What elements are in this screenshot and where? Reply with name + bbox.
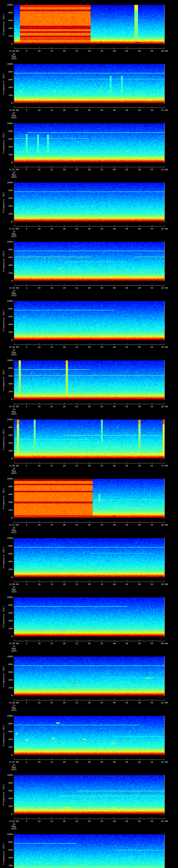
y-tick-label-1000: 1000 [4,655,12,658]
x-tick-label-50: 50 [135,109,144,111]
date-line-1: 15 [5,823,23,825]
x-tick-label-50: 50 [135,583,144,585]
x-tick-label-55: 55 [148,346,156,348]
y-tick-label-400: 400 [4,738,12,740]
end-time-label: 30:00 [156,50,173,52]
x-tick-label-55: 55 [148,287,156,289]
y-tick-label-600: 600 [4,375,12,377]
y-axis-label: Frequency (Hz) [2,73,5,94]
y-tick-label-600: 600 [4,19,12,22]
spectrogram-panel-8:34:00: Frequency (Hz)02004006008001000510152025… [0,296,178,355]
end-time-label: 31:00 [156,109,173,111]
y-tick-label-1000: 1000 [4,122,12,124]
x-tick-label-30: 30 [85,642,94,645]
y-axis-label: Frequency (Hz) [2,251,5,272]
x-tick-label-55: 55 [148,405,156,408]
y-tick-label-800: 800 [4,11,12,14]
x-tick-label-45: 45 [123,168,131,170]
y-tick-label-0: 0 [4,813,12,815]
y-tick-label-200: 200 [4,805,12,807]
end-time-label: 35:00 [156,346,173,348]
x-tick-label-30: 30 [85,761,94,763]
x-tick-label-45: 45 [123,583,131,585]
x-tick-label-15: 15 [47,405,56,408]
x-tick-label-30: 30 [85,227,94,230]
y-tick-label-600: 600 [4,79,12,81]
start-time-label: 8:38:00 [4,583,24,585]
x-tick-label-40: 40 [110,287,119,289]
y-tick-label-0: 0 [4,280,12,282]
start-time-label: 8:29:00 [4,50,24,52]
x-tick-label-10: 10 [35,227,43,230]
x-tick-label-10: 10 [35,524,43,526]
spectrogram-panel-8:29:00: Frequency (Hz)02004006008001000510152025… [0,0,178,59]
x-tick-label-40: 40 [110,50,119,52]
y-tick-label-0: 0 [4,576,12,578]
x-tick-label-25: 25 [72,227,81,230]
x-tick-label-15: 15 [47,820,56,823]
x-tick-label-50: 50 [135,465,144,467]
y-tick-label-800: 800 [4,663,12,665]
x-tick-label-15: 15 [47,642,56,645]
y-tick-label-400: 400 [4,679,12,681]
x-tick-label-25: 25 [72,50,81,52]
x-tick-label-55: 55 [148,50,156,52]
y-tick-label-600: 600 [4,671,12,673]
x-tick-label-45: 45 [123,820,131,823]
y-tick-label-1000: 1000 [4,477,12,480]
y-tick-label-400: 400 [4,501,12,503]
x-tick-label-50: 50 [135,820,144,823]
y-tick-label-1000: 1000 [4,418,12,421]
spectrogram-panel-8:40:00: Frequency (Hz)02004006008001000510152025… [0,652,178,711]
x-tick-label-25: 25 [72,346,81,348]
y-axis-label: Frequency (Hz) [2,132,5,154]
start-time-label: 8:33:00 [4,287,24,289]
y-tick-label-0: 0 [4,694,12,696]
x-tick-label-50: 50 [135,287,144,289]
x-tick-label-30: 30 [85,583,94,585]
y-tick-label-600: 600 [4,493,12,495]
y-tick-label-400: 400 [4,857,12,859]
y-tick-label-200: 200 [4,509,12,511]
end-time-label: 32:00 [156,168,173,170]
end-time-label: 42:00 [156,761,173,763]
start-time-label: 8:41:00 [4,761,24,763]
x-tick-label-50: 50 [135,50,144,52]
x-tick-label-30: 30 [85,405,94,408]
x-tick-label-15: 15 [47,109,56,111]
x-tick-label-25: 25 [72,642,81,645]
x-tick-label-45: 45 [123,465,131,467]
y-tick-label-600: 600 [4,789,12,792]
x-tick-label-35: 35 [97,702,106,704]
y-axis-label: Frequency (Hz) [2,488,5,509]
y-tick-label-0: 0 [4,635,12,638]
y-tick-label-800: 800 [4,545,12,547]
x-tick-label-40: 40 [110,465,119,467]
x-tick-label-35: 35 [97,109,106,111]
x-tick-label-50: 50 [135,524,144,526]
start-time-label: 8:39:00 [4,642,24,645]
x-tick-label-45: 45 [123,761,131,763]
x-tick-label-50: 50 [135,405,144,408]
x-tick-label-35: 35 [97,761,106,763]
y-tick-label-600: 600 [4,197,12,199]
x-tick-label-35: 35 [97,465,106,467]
y-tick-label-400: 400 [4,383,12,385]
x-tick-label-20: 20 [60,168,68,170]
y-tick-label-800: 800 [4,841,12,843]
x-tick-label-40: 40 [110,583,119,585]
x-tick-label-10: 10 [35,642,43,645]
x-tick-label-30: 30 [85,168,94,170]
y-tick-label-0: 0 [4,339,12,341]
x-tick-label-15: 15 [47,465,56,467]
x-tick-label-20: 20 [60,583,68,585]
x-tick-label-25: 25 [72,583,81,585]
end-time-label: 37:00 [156,465,173,467]
y-tick-label-800: 800 [4,426,12,429]
spectrogram-panel-8:30:00: Frequency (Hz)02004006008001000510152025… [0,59,178,118]
x-tick-label-35: 35 [97,642,106,645]
x-tick-label-45: 45 [123,346,131,348]
x-tick-label-55: 55 [148,761,156,763]
x-tick-label-25: 25 [72,524,81,526]
y-tick-label-200: 200 [4,450,12,452]
